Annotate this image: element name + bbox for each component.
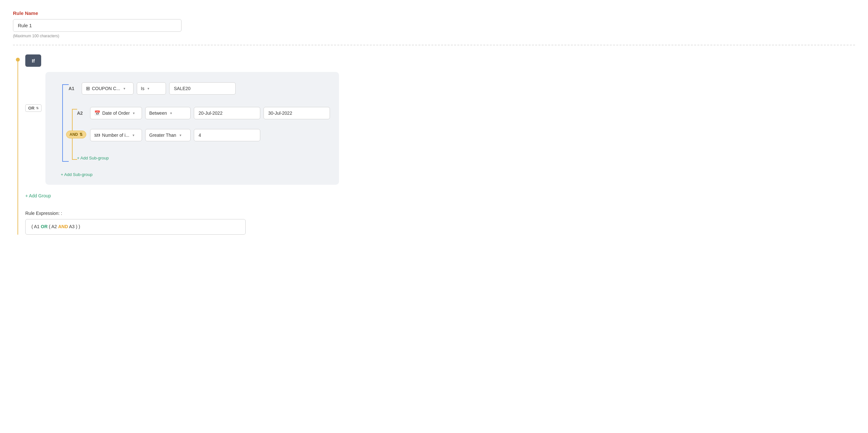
a1-attribute-dropdown[interactable]: ⊞ COUPON C... ▾	[82, 82, 133, 95]
and-label: AND	[70, 132, 78, 137]
condition-a2: A2 📅 Date of Order ▾	[77, 107, 330, 119]
a2-attribute-label: Date of Order	[102, 111, 130, 116]
timeline-dot	[16, 58, 20, 62]
and-arrow-icon: ⇅	[80, 132, 83, 137]
calendar-icon: 📅	[94, 110, 100, 116]
blue-left-bar	[62, 84, 63, 162]
rule-name-section: Rule Name (Maximum 100 characters)	[13, 10, 855, 38]
condition-a3: A3 123 Number of i... ▾	[77, 129, 330, 141]
rule-builder: If OR ⇅ A1	[13, 55, 855, 235]
expr-part-2: ( A2	[48, 224, 58, 229]
expr-and: AND	[58, 224, 68, 229]
a1-operator-chevron-icon: ▾	[148, 87, 149, 91]
a3-attribute-chevron-icon: ▾	[132, 133, 134, 137]
and-badge[interactable]: AND ⇅	[66, 131, 86, 138]
orange-top-arm	[72, 109, 77, 110]
timeline-line	[18, 62, 18, 235]
a1-attribute-label: COUPON C...	[92, 86, 120, 91]
rule-name-label: Rule Name	[13, 10, 855, 16]
section-divider	[13, 45, 855, 45]
blue-bracket-content: A1 ⊞ COUPON C... ▾ Is ▾	[69, 80, 330, 166]
rule-expression-section: Rule Expression: : ( A1 OR ( A2 AND A3 )…	[25, 211, 246, 235]
a2-label: A2	[77, 111, 87, 116]
left-timeline	[13, 55, 23, 235]
or-label: OR	[28, 106, 35, 111]
add-subgroup-button-inner[interactable]: + Add Sub-group	[77, 154, 330, 162]
add-group-button[interactable]: + Add Group	[25, 191, 51, 200]
expr-or: OR	[41, 224, 48, 229]
a3-operator-dropdown[interactable]: Greater Than ▾	[145, 129, 191, 141]
a1-operator-dropdown[interactable]: Is ▾	[137, 82, 166, 95]
orange-bottom-arm	[72, 159, 77, 160]
or-arrow-icon: ⇅	[36, 106, 38, 110]
and-badge-wrapper: AND ⇅	[66, 131, 86, 138]
main-group: A1 ⊞ COUPON C... ▾ Is ▾	[45, 72, 339, 185]
a1-operator-label: Is	[141, 86, 145, 91]
a2-operator-chevron-icon: ▾	[170, 111, 172, 115]
a3-attribute-label: Number of i...	[102, 132, 129, 138]
rule-name-input[interactable]	[13, 19, 182, 32]
a1-attribute-chevron-icon: ▾	[123, 87, 125, 91]
a2-operator-dropdown[interactable]: Between ▾	[145, 107, 191, 119]
blue-top-arm	[62, 84, 69, 85]
a3-operator-label: Greater Than	[149, 132, 176, 138]
a1-label: A1	[69, 86, 79, 91]
or-badge[interactable]: OR ⇅	[25, 104, 41, 112]
rule-expression-label: Rule Expression: :	[25, 211, 246, 216]
condition-a1: A1 ⊞ COUPON C... ▾ Is ▾	[69, 82, 330, 95]
orange-bracket-inner: A2 📅 Date of Order ▾	[77, 105, 330, 164]
rule-expression-box: ( A1 OR ( A2 AND A3 ) )	[25, 219, 246, 235]
expr-part-1: ( A1	[31, 224, 41, 229]
blue-bracket-container: A1 ⊞ COUPON C... ▾ Is ▾	[62, 80, 330, 166]
blue-bottom-arm	[62, 161, 69, 162]
a3-operator-chevron-icon: ▾	[180, 133, 182, 137]
coupon-icon: ⊞	[86, 86, 90, 91]
max-chars-note: (Maximum 100 characters)	[13, 34, 855, 38]
a2-operator-label: Between	[149, 111, 167, 116]
a2-date-start-input[interactable]	[194, 107, 260, 119]
a2-date-end-input[interactable]	[264, 107, 330, 119]
a3-attribute-dropdown[interactable]: 123 Number of i... ▾	[90, 129, 142, 141]
if-button[interactable]: If	[25, 55, 41, 67]
a2-attribute-dropdown[interactable]: 📅 Date of Order ▾	[90, 107, 142, 119]
a1-value-input[interactable]	[169, 82, 236, 95]
add-subgroup-button-outer[interactable]: + Add Sub-group	[61, 171, 93, 178]
expr-part-3: A3 ) )	[68, 224, 80, 229]
a3-value-input[interactable]	[194, 129, 260, 141]
number-icon: 123	[94, 133, 100, 137]
a2-attribute-chevron-icon: ▾	[133, 111, 135, 115]
orange-bracket-container: A2 📅 Date of Order ▾	[72, 105, 330, 164]
